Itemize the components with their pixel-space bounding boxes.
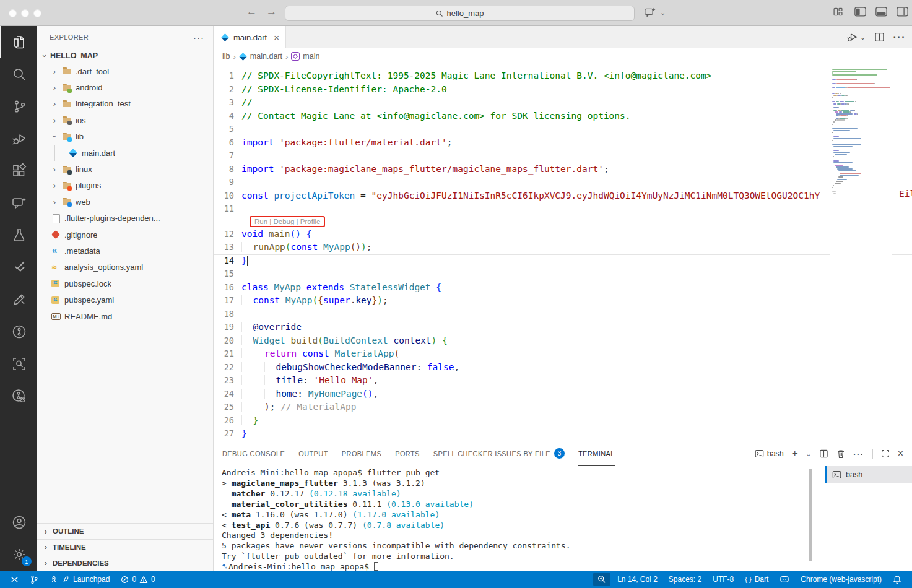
activity-item-explorer[interactable]: [0, 26, 37, 58]
code-line-13[interactable]: 13 runApp(const MyApp());: [214, 241, 912, 254]
maximize-panel-icon[interactable]: [881, 449, 890, 458]
cursor-position[interactable]: Ln 14, Col 2: [613, 573, 662, 586]
code-line-9[interactable]: 9: [214, 176, 912, 189]
activity-item-screencast-search[interactable]: [0, 348, 37, 380]
code-line-3[interactable]: 3//: [214, 96, 912, 110]
tree-file-main-dart[interactable]: main.dart: [37, 145, 213, 161]
window-zoom-button[interactable]: [33, 9, 41, 17]
code-line-20[interactable]: 20 Widget build(BuildContext context) {: [214, 334, 912, 348]
panel-tab-ports[interactable]: PORTS: [395, 441, 420, 466]
tree-folder-android[interactable]: ›android: [37, 79, 213, 95]
shell-picker[interactable]: bash: [755, 449, 784, 458]
code-editor[interactable]: 1// SPDX-FileCopyrightText: 1995-2025 Ma…: [214, 64, 912, 441]
code-line-8[interactable]: 8import 'package:magiclane_maps_flutter/…: [214, 163, 912, 176]
tree-file--flutter-plugins-dependen-[interactable]: .flutter-plugins-dependen...: [37, 210, 213, 227]
code-line-2[interactable]: 2// SPDX-License-Identifier: Apache-2.0: [214, 83, 912, 97]
code-line-7[interactable]: 7: [214, 149, 912, 163]
language-mode[interactable]: { } Dart: [740, 573, 773, 586]
tree-folder-web[interactable]: ›web: [37, 194, 213, 210]
tab-close-icon[interactable]: ×: [274, 32, 279, 43]
panel-tab-problems[interactable]: PROBLEMS: [342, 441, 381, 466]
code-line-25[interactable]: 25 ); // MaterialApp: [214, 400, 912, 414]
minimap[interactable]: [830, 64, 892, 441]
notifications-bell-icon[interactable]: [888, 573, 906, 586]
toggle-primary-sidebar-icon[interactable]: [854, 7, 866, 17]
terminal[interactable]: Andreis-Mini:hello_map apopa$ flutter pu…: [214, 466, 825, 571]
section-outline[interactable]: ›OUTLINE: [37, 523, 213, 539]
terminal-list-item-bash[interactable]: bash: [825, 466, 912, 483]
forward-arrow-icon[interactable]: →: [266, 6, 277, 18]
code-line-1[interactable]: 1// SPDX-FileCopyrightText: 1995-2025 Ma…: [214, 69, 912, 83]
code-line-18[interactable]: 18: [214, 308, 912, 321]
breadcrumb-item[interactable]: main: [303, 52, 319, 61]
code-line-22[interactable]: 22 debugShowCheckedModeBanner: false,: [214, 361, 912, 374]
chat-chevron-icon[interactable]: ⌄: [660, 9, 666, 17]
indentation[interactable]: Spaces: 2: [664, 573, 706, 586]
tree-folder--dart-tool[interactable]: ›.dart_tool: [37, 63, 213, 79]
code-line-10[interactable]: 10const projectApiToken = "eyJhbGciOiJFU…: [214, 189, 912, 203]
breadcrumb-item[interactable]: main.dart: [250, 52, 282, 61]
toggle-panel-icon[interactable]: [875, 7, 887, 17]
tree-file-pubspec-lock[interactable]: pubspec.lock: [37, 275, 213, 292]
tree-file--gitignore[interactable]: .gitignore: [37, 227, 213, 243]
tree-folder-plugins[interactable]: ›plugins: [37, 178, 213, 194]
tree-file-analysis-options-yaml[interactable]: analysis_options.yaml: [37, 259, 213, 275]
code-line-5[interactable]: 5: [214, 123, 912, 136]
panel-tab-spell-checker-issues-by-file[interactable]: SPELL CHECKER ISSUES BY FILE3: [433, 441, 565, 466]
codelens-profile-link[interactable]: Profile: [300, 218, 321, 225]
activity-item-chat[interactable]: [0, 187, 37, 219]
run-debug-button[interactable]: ⌄: [846, 32, 865, 43]
chat-icon[interactable]: [644, 7, 656, 18]
section-dependencies[interactable]: ›DEPENDENCIES: [37, 555, 213, 571]
problems-item[interactable]: 0 0: [116, 573, 159, 586]
encoding[interactable]: UTF-8: [708, 573, 738, 586]
code-line-12[interactable]: 12void main() {: [214, 228, 912, 241]
code-line-27[interactable]: 27}: [214, 427, 912, 441]
tree-file--metadata[interactable]: .metadata: [37, 243, 213, 259]
activity-item-run-debug[interactable]: [0, 123, 37, 155]
window-close-button[interactable]: [9, 9, 17, 17]
more-actions-icon[interactable]: ···: [893, 32, 906, 43]
codelens-debug-link[interactable]: Debug: [274, 218, 295, 225]
panel-tab-debug-console[interactable]: DEBUG CONSOLE: [222, 441, 285, 466]
tree-folder-linux[interactable]: ›linux: [37, 161, 213, 177]
zoom-status-icon[interactable]: [593, 573, 610, 586]
tree-file-readme-md[interactable]: README.md: [37, 308, 213, 324]
window-minimize-button[interactable]: [21, 9, 29, 17]
copilot-icon[interactable]: [775, 573, 794, 586]
panel-tab-terminal[interactable]: TERMINAL: [578, 441, 615, 466]
code-line-17[interactable]: 17 const MyApp({super.key});: [214, 294, 912, 308]
tree-folder-ios[interactable]: ›ios: [37, 112, 213, 128]
terminal-scrollbar[interactable]: [809, 469, 812, 561]
toggle-secondary-sidebar-icon[interactable]: [897, 7, 908, 17]
activity-item-gitlens[interactable]: [0, 316, 37, 348]
code-line-15[interactable]: 15: [214, 267, 912, 281]
panel-tab-output[interactable]: OUTPUT: [298, 441, 328, 466]
panel-more-icon[interactable]: ···: [853, 449, 864, 459]
terminal-dropdown-icon[interactable]: ⌄: [806, 451, 811, 457]
activity-item-source-control[interactable]: [0, 90, 37, 123]
launchpad-item[interactable]: Launchpad: [45, 573, 114, 586]
code-line-16[interactable]: 16class MyApp extends StatelessWidget {: [214, 281, 912, 295]
code-line-14[interactable]: 14}: [214, 254, 912, 268]
activity-item-flutter[interactable]: [0, 251, 37, 283]
code-line-24[interactable]: 24 home: MyHomePage(),: [214, 387, 912, 401]
activity-item-property-editor[interactable]: [0, 283, 37, 316]
source-control-graph-icon[interactable]: [25, 573, 43, 586]
activity-item-gitlens-inspect[interactable]: [0, 380, 37, 412]
debug-target[interactable]: Chrome (web-javascript): [796, 573, 886, 586]
section-timeline[interactable]: ›TIMELINE: [37, 539, 213, 555]
code-line-23[interactable]: 23 title: 'Hello Map',: [214, 374, 912, 387]
close-panel-icon[interactable]: ×: [898, 448, 903, 459]
tree-folder-integration-test[interactable]: ›integration_test: [37, 96, 213, 112]
breadcrumb-item[interactable]: lib: [222, 52, 230, 61]
kill-terminal-icon[interactable]: [836, 449, 845, 459]
project-root-row[interactable]: › HELLO_MAP: [37, 48, 213, 63]
activity-item-accounts[interactable]: [0, 506, 37, 538]
back-arrow-icon[interactable]: ←: [246, 6, 257, 18]
explorer-more-actions-icon[interactable]: ···: [193, 32, 204, 43]
activity-item-testing[interactable]: [0, 219, 37, 251]
command-center[interactable]: hello_map: [285, 6, 635, 21]
activity-item-settings[interactable]: 1: [0, 538, 37, 571]
customize-layout-icon[interactable]: [833, 7, 843, 17]
